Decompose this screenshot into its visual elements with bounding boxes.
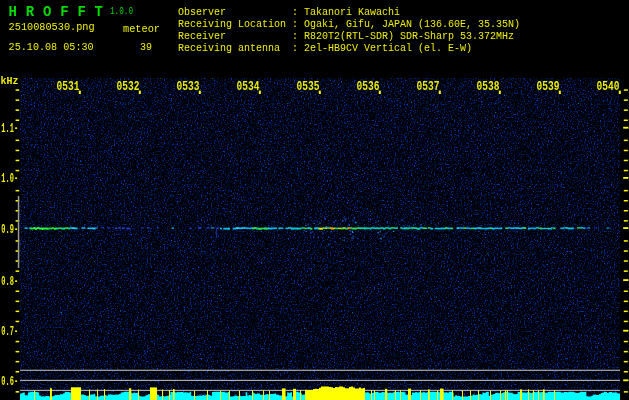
svg-text:0538: 0538: [476, 79, 499, 94]
svg-text:Receiving Location : Ogaki, Gi: Receiving Location : Ogaki, Gifu, JAPAN …: [178, 19, 520, 30]
svg-text:meteor: meteor: [123, 23, 160, 35]
svg-text:0537: 0537: [416, 79, 439, 94]
svg-text:Observer : Takanori: Observer : Takanori Kawachi: [178, 7, 400, 18]
svg-text:0540: 0540: [596, 79, 619, 94]
svg-text:0531: 0531: [56, 79, 79, 94]
svg-text:0.6-: 0.6-: [1, 375, 18, 389]
svg-text:1.0.0: 1.0.0: [110, 5, 133, 17]
svg-text:kHz: kHz: [0, 75, 18, 87]
svg-text:25.10.08 05:30: 25.10.08 05:30: [9, 42, 94, 53]
svg-text:0539: 0539: [536, 79, 559, 94]
svg-text:39: 39: [140, 42, 152, 53]
svg-text:0.9-: 0.9-: [1, 223, 18, 237]
svg-text:0534: 0534: [236, 79, 259, 94]
svg-text:HROFFT: HROFFT: [9, 4, 112, 20]
svg-text:0536: 0536: [356, 79, 379, 94]
svg-text:2510080530.png: 2510080530.png: [9, 22, 95, 33]
svg-text:Receiver : R820T2(RT: Receiver : R820T2(RTL-SDR) SDR-Sharp 53.…: [178, 31, 514, 42]
svg-text:0.8-: 0.8-: [1, 275, 18, 289]
svg-text:Receiving antenna : 2el-HB9CV: Receiving antenna : 2el-HB9CV Vertical (…: [178, 43, 472, 54]
svg-text:0535: 0535: [296, 79, 319, 94]
svg-text:0.7-: 0.7-: [1, 325, 18, 339]
svg-text:1.1-: 1.1-: [1, 122, 18, 136]
svg-text:0532: 0532: [116, 79, 139, 94]
svg-text:1.0-: 1.0-: [1, 172, 18, 186]
svg-text:0533: 0533: [176, 79, 199, 94]
